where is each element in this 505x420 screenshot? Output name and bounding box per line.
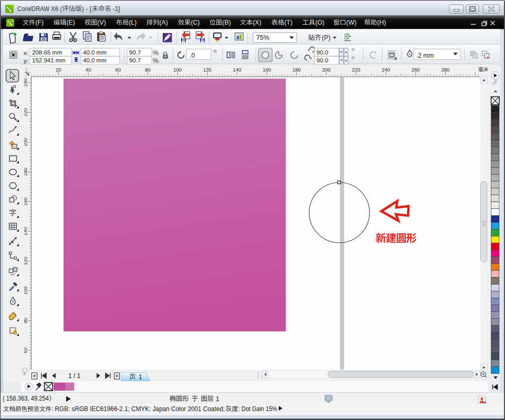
svg-text:(H): (H) bbox=[377, 19, 386, 26]
svg-text:90.7: 90.7 bbox=[129, 57, 141, 63]
svg-text:90.0: 90.0 bbox=[317, 49, 328, 56]
svg-text:(C): (C) bbox=[191, 19, 200, 26]
svg-text:.0: .0 bbox=[190, 52, 195, 59]
svg-text:%: % bbox=[153, 49, 159, 57]
svg-text:1: 1 bbox=[139, 373, 142, 381]
svg-text:90.0: 90.0 bbox=[317, 57, 328, 63]
svg-text:40.0 mm: 40.0 mm bbox=[83, 49, 107, 56]
svg-text:(X): (X) bbox=[253, 19, 261, 26]
svg-text:(F): (F) bbox=[36, 19, 44, 26]
svg-text:CorelDRAW X6 (: CorelDRAW X6 ( bbox=[17, 5, 62, 13]
svg-text:(A): (A) bbox=[160, 19, 168, 26]
svg-text:x:: x: bbox=[24, 50, 28, 56]
svg-text:(B): (B) bbox=[223, 19, 231, 26]
svg-text:208.65 mm: 208.65 mm bbox=[32, 49, 62, 56]
svg-text:) - [: ) - [ bbox=[82, 5, 92, 13]
svg-text:1 / 1: 1 / 1 bbox=[68, 372, 81, 380]
svg-text:(E): (E) bbox=[67, 19, 75, 26]
svg-text:152.941 mm: 152.941 mm bbox=[32, 57, 66, 63]
svg-text:(W): (W) bbox=[346, 19, 357, 26]
svg-text:( 158.363, 49.254: ( 158.363, 49.254 bbox=[3, 395, 49, 402]
svg-text:(L): (L) bbox=[129, 19, 137, 26]
svg-text:(T): (T) bbox=[285, 19, 293, 26]
svg-text:75%: 75% bbox=[256, 34, 269, 41]
svg-text:%: % bbox=[153, 57, 159, 64]
svg-text:y:: y: bbox=[24, 58, 28, 64]
svg-text:(O): (O) bbox=[315, 19, 325, 26]
svg-text:.2 mm: .2 mm bbox=[416, 52, 434, 59]
svg-text:1: 1 bbox=[216, 395, 219, 403]
svg-text:(P): (P) bbox=[322, 34, 331, 41]
svg-text:-1]: -1] bbox=[112, 5, 120, 13]
svg-text:40.0 mm: 40.0 mm bbox=[83, 57, 107, 63]
svg-text:: Dot Gain 15%: : Dot Gain 15% bbox=[238, 405, 277, 413]
svg-text:: RGB: sRGB IEC61966-2.1; CMYK: : RGB: sRGB IEC61966-2.1; CMYK: Japan Co… bbox=[51, 405, 225, 413]
svg-text:(V): (V) bbox=[98, 19, 106, 26]
svg-text:90.7: 90.7 bbox=[129, 49, 141, 56]
